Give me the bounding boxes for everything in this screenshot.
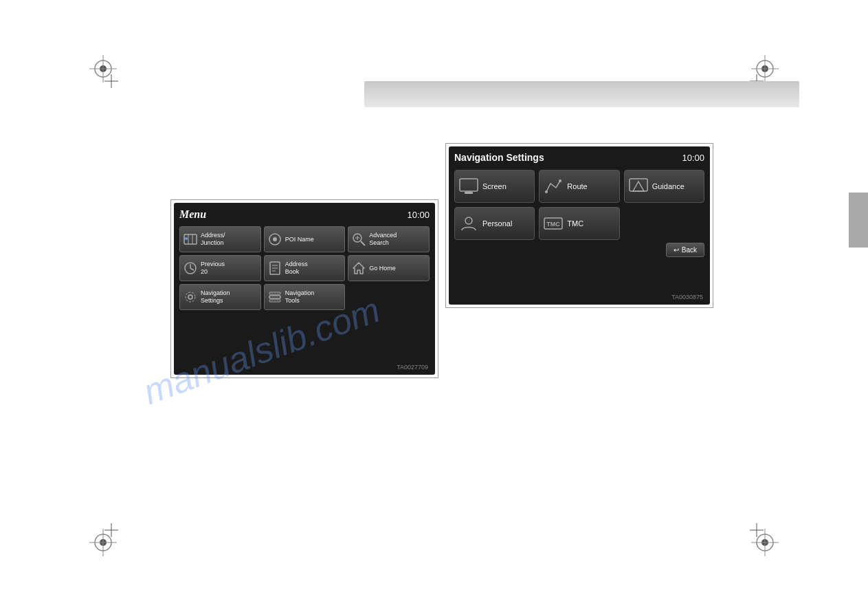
address-junction-label: Address/Junction — [201, 232, 225, 247]
map-icon — [183, 232, 198, 247]
poi-icon — [267, 232, 282, 247]
menu-time: 10:00 — [407, 210, 430, 220]
menu-code: TA0027709 — [397, 364, 428, 371]
svg-point-51 — [559, 179, 561, 182]
book-icon — [267, 261, 282, 276]
svg-point-42 — [188, 295, 192, 299]
address-book-label: AddressBook — [285, 261, 308, 276]
svg-text:TMC: TMC — [547, 221, 561, 228]
back-button[interactable]: ↩ Back — [666, 243, 704, 257]
screen-label: Screen — [482, 182, 507, 190]
menu-screen: Menu 10:00 Address/Junction — [174, 203, 435, 375]
guidance-button[interactable]: Guidance — [624, 170, 704, 203]
svg-point-54 — [465, 217, 472, 224]
personal-icon — [459, 214, 478, 233]
cross-mark-br — [750, 523, 764, 540]
nav-back-bar: ↩ Back — [454, 243, 704, 257]
cross-mark-tl — [104, 74, 118, 91]
nav-settings-header: Navigation Settings 10:00 — [454, 152, 704, 163]
svg-rect-48 — [465, 192, 473, 194]
svg-line-31 — [361, 241, 365, 245]
navigation-settings-label: NavigationSettings — [201, 289, 230, 305]
menu-header: Menu 10:00 — [179, 208, 430, 221]
svg-rect-45 — [269, 292, 280, 294]
nav-settings-screen: Navigation Settings 10:00 Screen — [449, 146, 710, 305]
menu-grid: Address/Junction POI Name — [179, 226, 430, 310]
nav-settings-time: 10:00 — [682, 153, 704, 163]
advanced-search-button[interactable]: AdvancedSearch — [348, 226, 430, 252]
personal-label: Personal — [482, 219, 512, 228]
personal-button[interactable]: Personal — [454, 207, 535, 240]
nav-settings-code: TA0030875 — [671, 294, 703, 300]
back-arrow-icon: ↩ — [674, 246, 679, 254]
svg-marker-53 — [633, 182, 644, 191]
route-icon — [544, 177, 563, 196]
menu-screenshot-box: Menu 10:00 Address/Junction — [170, 199, 438, 378]
svg-rect-44 — [269, 296, 280, 298]
svg-marker-41 — [353, 263, 364, 274]
back-label: Back — [682, 246, 697, 254]
advanced-search-icon — [351, 232, 366, 247]
cross-mark-bl — [104, 523, 118, 540]
svg-rect-47 — [460, 179, 478, 191]
tools-icon — [267, 289, 282, 305]
tmc-label: TMC — [567, 219, 583, 228]
svg-point-50 — [545, 190, 548, 193]
guidance-icon — [629, 177, 648, 196]
route-button[interactable]: Route — [539, 170, 619, 203]
advanced-search-label: AdvancedSearch — [369, 232, 397, 247]
address-book-button[interactable]: AddressBook — [264, 255, 346, 281]
address-junction-button[interactable]: Address/Junction — [179, 226, 261, 252]
guidance-label: Guidance — [652, 182, 685, 190]
svg-point-29 — [273, 237, 277, 241]
clock-icon — [183, 261, 198, 276]
route-label: Route — [567, 182, 587, 190]
svg-rect-46 — [269, 300, 280, 302]
nav-settings-title: Navigation Settings — [454, 152, 544, 163]
home-icon — [351, 261, 366, 276]
previous-20-label: Previous20 — [201, 261, 225, 276]
previous-20-button[interactable]: Previous20 — [179, 255, 261, 281]
settings-icon — [183, 289, 198, 305]
navigation-settings-button[interactable]: NavigationSettings — [179, 284, 261, 310]
tmc-button[interactable]: TMC TMC — [539, 207, 619, 240]
navigation-tools-label: NavigationTools — [285, 289, 315, 305]
nav-settings-grid-row1: Screen Route — [454, 170, 704, 203]
screen-icon — [459, 177, 478, 196]
screen-button[interactable]: Screen — [454, 170, 535, 203]
nav-settings-grid-row2: Personal TMC TMC — [454, 207, 704, 240]
tmc-icon: TMC — [544, 214, 563, 233]
menu-title: Menu — [179, 208, 206, 221]
go-home-button[interactable]: Go Home — [348, 255, 430, 281]
navigation-tools-button[interactable]: NavigationTools — [264, 284, 346, 310]
top-bar — [364, 81, 799, 107]
nav-settings-screenshot-box: Navigation Settings 10:00 Screen — [445, 143, 713, 308]
svg-point-43 — [186, 292, 195, 302]
svg-point-27 — [185, 237, 188, 240]
empty-slot — [624, 207, 704, 240]
right-sidebar-block — [849, 193, 868, 248]
poi-name-label: POI Name — [285, 236, 314, 243]
poi-name-button[interactable]: POI Name — [264, 226, 346, 252]
go-home-label: Go Home — [369, 265, 396, 272]
svg-line-36 — [190, 268, 194, 270]
